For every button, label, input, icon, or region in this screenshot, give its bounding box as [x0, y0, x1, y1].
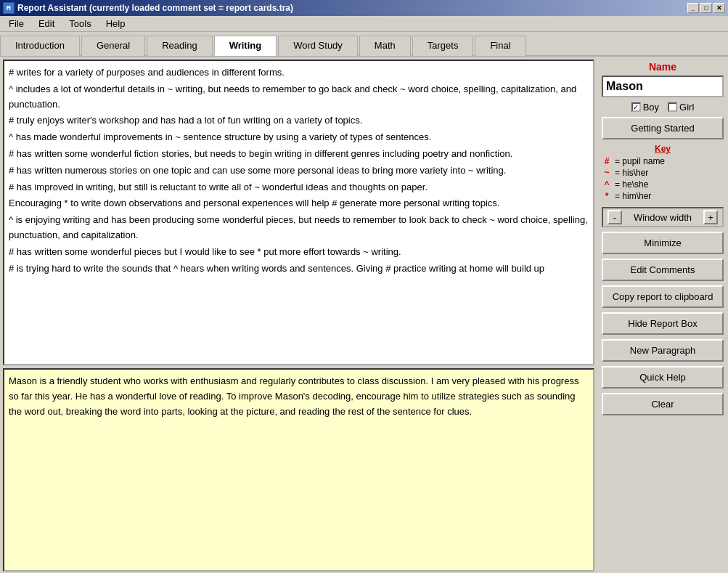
key-row-tilde: ~ = his\her [602, 168, 724, 178]
tab-targets[interactable]: Targets [412, 36, 474, 56]
report-box[interactable]: Mason is a friendly student who works wi… [3, 368, 594, 572]
title-bar: R Report Assistant (currently loaded com… [0, 0, 728, 16]
boy-label: Boy [643, 102, 659, 113]
list-item: ^ includes a lot of wonderful details in… [9, 82, 589, 113]
list-item: # truly enjoys writer's workshop and has… [9, 113, 589, 129]
right-panel: Name ✓ Boy Girl Getting Started Key # = … [597, 57, 728, 573]
girl-option[interactable]: Girl [668, 102, 694, 113]
menu-bar: File Edit Tools Help [0, 16, 728, 32]
list-item: # has written some wonderful fiction sto… [9, 147, 589, 162]
menu-edit[interactable]: Edit [33, 17, 60, 31]
tab-bar: Introduction General Reading Writing Wor… [0, 32, 728, 57]
name-section: Name [602, 61, 724, 97]
key-section: Key # = pupil name ~ = his\her ^ = he\sh… [602, 144, 724, 203]
key-row-caret: ^ = he\she [602, 179, 724, 190]
menu-help[interactable]: Help [100, 17, 131, 31]
report-text: Mason is a friendly student who works wi… [9, 375, 578, 417]
key-symbol-caret: ^ [602, 179, 612, 190]
hide-report-button[interactable]: Hide Report Box [602, 312, 724, 335]
minimize-button[interactable]: _ [687, 3, 699, 13]
tab-reading[interactable]: Reading [147, 36, 212, 56]
boy-checkbox[interactable]: ✓ [631, 102, 641, 112]
key-desc-caret: = he\she [615, 179, 648, 190]
boy-option[interactable]: ✓ Boy [631, 102, 659, 113]
key-symbol-tilde: ~ [602, 168, 612, 178]
list-item: ^ has made wonderful improvements in ~ s… [9, 130, 589, 145]
app-icon: R [3, 2, 15, 14]
list-item: # has written some wonderful pieces but … [9, 245, 589, 260]
key-desc-tilde: = his\her [615, 168, 648, 178]
girl-checkbox[interactable] [668, 102, 677, 112]
tab-writing[interactable]: Writing [214, 36, 277, 56]
getting-started-button[interactable]: Getting Started [602, 117, 724, 139]
list-item: Encouraging * to write down observations… [9, 196, 589, 211]
key-row-hash: # = pupil name [602, 156, 724, 166]
comment-list-box[interactable]: # writes for a variety of purposes and a… [3, 60, 594, 365]
close-button[interactable]: ✕ [713, 3, 725, 13]
list-item: # writes for a variety of purposes and a… [9, 65, 589, 81]
list-item: # has improved in writing, but still is … [9, 180, 589, 195]
left-panel: # writes for a variety of purposes and a… [0, 57, 597, 573]
gender-row: ✓ Boy Girl [602, 102, 724, 113]
window-width-control: - Window width + [602, 207, 724, 227]
tab-introduction[interactable]: Introduction [0, 36, 80, 56]
girl-label: Girl [679, 102, 694, 113]
key-title: Key [602, 144, 724, 154]
tab-math[interactable]: Math [359, 36, 411, 56]
new-paragraph-button[interactable]: New Paragraph [602, 339, 724, 362]
menu-file[interactable]: File [3, 17, 30, 31]
minimize-button[interactable]: Minimize [602, 232, 724, 254]
main-content: # writes for a variety of purposes and a… [0, 57, 728, 573]
menu-tools[interactable]: Tools [63, 17, 97, 31]
window-width-increase-button[interactable]: + [703, 210, 718, 224]
key-row-star: * = him\her [602, 191, 724, 201]
title-text: Report Assistant (currently loaded comme… [17, 3, 293, 13]
list-item: # has written numerous stories on one to… [9, 163, 589, 179]
list-item: ^ is enjoying writing and has been produ… [9, 213, 589, 243]
quick-help-button[interactable]: Quick Help [602, 366, 724, 389]
edit-comments-button[interactable]: Edit Comments [602, 259, 724, 281]
copy-report-button[interactable]: Copy report to clipboard [602, 285, 724, 308]
window-width-decrease-button[interactable]: - [608, 210, 622, 224]
key-desc-hash: = pupil name [615, 156, 665, 166]
clear-button[interactable]: Clear [602, 393, 724, 415]
name-label: Name [602, 61, 724, 73]
window-width-label: Window width [634, 212, 692, 223]
tab-final[interactable]: Final [475, 36, 525, 56]
tab-general[interactable]: General [81, 36, 145, 56]
list-item: # is trying hard to write the sounds tha… [9, 261, 589, 277]
tab-word-study[interactable]: Word Study [278, 36, 358, 56]
key-symbol-hash: # [602, 156, 612, 166]
key-symbol-star: * [602, 191, 612, 201]
name-input[interactable] [602, 76, 724, 97]
maximize-button[interactable]: □ [700, 3, 712, 13]
key-desc-star: = him\her [615, 191, 651, 201]
